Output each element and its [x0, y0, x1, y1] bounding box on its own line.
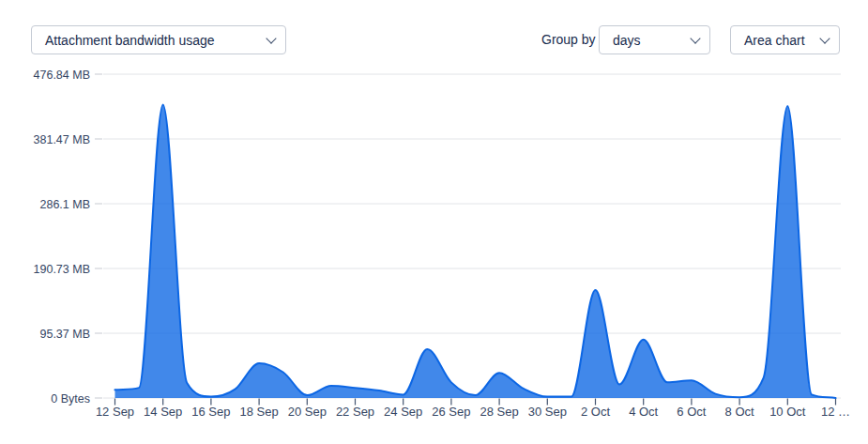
x-axis-label: 16 Sep	[191, 405, 230, 419]
x-axis-label: 4 Oct	[629, 405, 658, 419]
area-chart: 0 Bytes95.37 MB190.73 MB286.1 MB381.47 M…	[0, 58, 868, 444]
metric-select[interactable]: Attachment bandwidth usage	[31, 25, 286, 54]
y-axis-label: 95.37 MB	[39, 328, 90, 341]
x-axis-label: 12 …	[821, 405, 850, 419]
group-by-select-value: days	[613, 33, 641, 48]
x-axis-label: 10 Oct	[769, 405, 806, 419]
x-axis-label: 2 Oct	[581, 405, 610, 419]
y-axis-label: 286.1 MB	[39, 198, 90, 211]
chevron-down-icon	[266, 33, 276, 43]
metric-select-value: Attachment bandwidth usage	[45, 33, 215, 48]
chart-type-select-value: Area chart	[744, 33, 805, 48]
x-axis-label: 24 Sep	[384, 405, 422, 419]
x-axis-label: 12 Sep	[96, 405, 134, 419]
chevron-down-icon	[819, 33, 830, 43]
x-axis-label: 20 Sep	[288, 405, 327, 419]
y-axis-label: 381.47 MB	[34, 133, 90, 146]
y-axis-label: 0 Bytes	[51, 392, 90, 406]
x-axis-label: 28 Sep	[480, 405, 518, 419]
x-axis-label: 8 Oct	[725, 405, 754, 419]
x-axis-label: 14 Sep	[144, 405, 182, 419]
x-axis-label: 18 Sep	[239, 405, 278, 419]
x-axis-label: 26 Sep	[432, 405, 470, 419]
chevron-down-icon	[690, 33, 700, 43]
area-fill	[115, 104, 836, 398]
area-stroke	[115, 104, 836, 398]
y-axis-label: 190.73 MB	[34, 263, 90, 276]
x-axis-label: 6 Oct	[677, 405, 706, 419]
group-by-select[interactable]: days	[599, 25, 710, 54]
x-axis-label: 30 Sep	[528, 405, 567, 419]
group-by-label: Group by	[541, 25, 596, 54]
y-axis-label: 476.84 MB	[34, 69, 90, 82]
x-axis-label: 22 Sep	[336, 405, 374, 419]
chart-type-select[interactable]: Area chart	[730, 25, 840, 54]
bandwidth-usage-panel: Attachment bandwidth usage Group by days…	[0, 0, 868, 444]
